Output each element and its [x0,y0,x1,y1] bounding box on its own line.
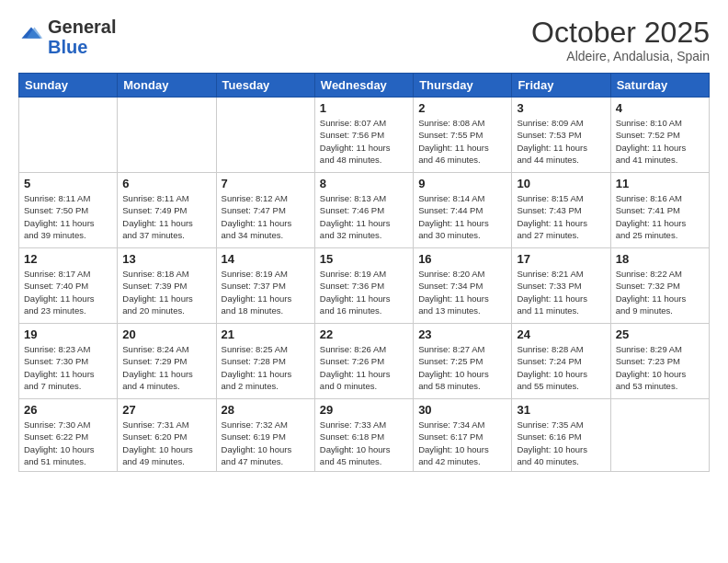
day-cell: 21Sunrise: 8:25 AM Sunset: 7:28 PM Dayli… [216,324,314,399]
day-info: Sunrise: 8:08 AM Sunset: 7:55 PM Dayligh… [418,117,506,166]
day-number: 11 [616,177,704,190]
day-cell: 20Sunrise: 8:24 AM Sunset: 7:29 PM Dayli… [118,324,216,399]
day-number: 17 [517,252,605,266]
day-number: 15 [320,252,408,266]
day-cell: 3Sunrise: 8:09 AM Sunset: 7:53 PM Daylig… [512,98,610,173]
day-info: Sunrise: 8:16 AM Sunset: 7:41 PM Dayligh… [616,192,704,241]
day-info: Sunrise: 7:33 AM Sunset: 6:18 PM Dayligh… [320,419,408,467]
day-cell [118,98,216,173]
day-number: 20 [122,327,210,341]
day-cell: 26Sunrise: 7:30 AM Sunset: 6:22 PM Dayli… [19,399,118,472]
day-info: Sunrise: 8:26 AM Sunset: 7:26 PM Dayligh… [320,343,408,392]
day-cell: 24Sunrise: 8:28 AM Sunset: 7:24 PM Dayli… [512,324,610,399]
day-cell: 8Sunrise: 8:13 AM Sunset: 7:46 PM Daylig… [314,173,413,248]
day-info: Sunrise: 8:13 AM Sunset: 7:46 PM Dayligh… [320,192,408,241]
weekday-header-thursday: Thursday [414,74,512,98]
logo-general-text: General [48,17,116,37]
day-number: 10 [517,177,605,190]
day-cell: 16Sunrise: 8:20 AM Sunset: 7:34 PM Dayli… [414,248,512,324]
weekday-header-row: SundayMondayTuesdayWednesdayThursdayFrid… [19,74,710,98]
day-info: Sunrise: 8:11 AM Sunset: 7:49 PM Dayligh… [122,192,210,241]
day-info: Sunrise: 7:34 AM Sunset: 6:17 PM Dayligh… [418,419,506,467]
day-number: 21 [222,327,310,341]
calendar-table: SundayMondayTuesdayWednesdayThursdayFrid… [18,73,710,472]
day-info: Sunrise: 8:15 AM Sunset: 7:43 PM Dayligh… [517,192,605,241]
day-cell [610,399,709,472]
day-number: 18 [616,252,704,266]
day-number: 5 [24,177,112,190]
day-cell: 9Sunrise: 8:14 AM Sunset: 7:44 PM Daylig… [414,173,512,248]
day-cell: 22Sunrise: 8:26 AM Sunset: 7:26 PM Dayli… [314,324,413,399]
day-cell: 25Sunrise: 8:29 AM Sunset: 7:23 PM Dayli… [610,324,709,399]
day-info: Sunrise: 8:21 AM Sunset: 7:33 PM Dayligh… [517,268,605,316]
weekday-header-wednesday: Wednesday [314,74,413,98]
day-number: 28 [222,403,310,417]
day-info: Sunrise: 8:27 AM Sunset: 7:25 PM Dayligh… [418,343,506,392]
day-number: 26 [24,403,112,417]
day-info: Sunrise: 7:35 AM Sunset: 6:16 PM Dayligh… [517,419,605,467]
day-number: 27 [122,403,210,417]
day-cell: 1Sunrise: 8:07 AM Sunset: 7:56 PM Daylig… [314,98,413,173]
day-info: Sunrise: 8:11 AM Sunset: 7:50 PM Dayligh… [24,192,112,241]
header: General Blue October 2025 Aldeire, Andal… [18,17,710,63]
day-cell: 23Sunrise: 8:27 AM Sunset: 7:25 PM Dayli… [414,324,512,399]
day-number: 3 [517,101,605,115]
day-info: Sunrise: 8:23 AM Sunset: 7:30 PM Dayligh… [24,343,112,392]
logo-icon [18,24,44,50]
day-cell [216,98,314,173]
day-cell: 6Sunrise: 8:11 AM Sunset: 7:49 PM Daylig… [118,173,216,248]
logo-text: General Blue [48,17,116,57]
day-number: 31 [517,403,605,417]
week-row-3: 12Sunrise: 8:17 AM Sunset: 7:40 PM Dayli… [19,248,710,324]
week-row-1: 1Sunrise: 8:07 AM Sunset: 7:56 PM Daylig… [19,98,710,173]
day-number: 25 [616,327,704,341]
day-info: Sunrise: 8:12 AM Sunset: 7:47 PM Dayligh… [222,192,310,241]
day-number: 7 [222,177,310,190]
day-cell: 19Sunrise: 8:23 AM Sunset: 7:30 PM Dayli… [19,324,118,399]
day-cell: 2Sunrise: 8:08 AM Sunset: 7:55 PM Daylig… [414,98,512,173]
day-cell: 11Sunrise: 8:16 AM Sunset: 7:41 PM Dayli… [610,173,709,248]
weekday-header-friday: Friday [512,74,610,98]
day-info: Sunrise: 8:28 AM Sunset: 7:24 PM Dayligh… [517,343,605,392]
day-number: 6 [122,177,210,190]
day-info: Sunrise: 8:19 AM Sunset: 7:37 PM Dayligh… [222,268,310,316]
day-cell: 13Sunrise: 8:18 AM Sunset: 7:39 PM Dayli… [118,248,216,324]
day-cell: 31Sunrise: 7:35 AM Sunset: 6:16 PM Dayli… [512,399,610,472]
day-number: 2 [418,101,506,115]
weekday-header-sunday: Sunday [19,74,118,98]
day-cell: 5Sunrise: 8:11 AM Sunset: 7:50 PM Daylig… [19,173,118,248]
page: General Blue October 2025 Aldeire, Andal… [0,0,728,563]
day-info: Sunrise: 8:09 AM Sunset: 7:53 PM Dayligh… [517,117,605,166]
weekday-header-monday: Monday [118,74,216,98]
subtitle: Aldeire, Andalusia, Spain [531,49,710,63]
day-cell: 4Sunrise: 8:10 AM Sunset: 7:52 PM Daylig… [610,98,709,173]
day-number: 16 [418,252,506,266]
day-info: Sunrise: 8:14 AM Sunset: 7:44 PM Dayligh… [418,192,506,241]
day-number: 4 [616,101,704,115]
day-cell: 18Sunrise: 8:22 AM Sunset: 7:32 PM Dayli… [610,248,709,324]
day-info: Sunrise: 8:24 AM Sunset: 7:29 PM Dayligh… [122,343,210,392]
logo: General Blue [18,17,116,57]
day-number: 29 [320,403,408,417]
day-cell: 27Sunrise: 7:31 AM Sunset: 6:20 PM Dayli… [118,399,216,472]
day-cell: 28Sunrise: 7:32 AM Sunset: 6:19 PM Dayli… [216,399,314,472]
day-info: Sunrise: 8:18 AM Sunset: 7:39 PM Dayligh… [122,268,210,316]
day-number: 23 [418,327,506,341]
day-info: Sunrise: 8:25 AM Sunset: 7:28 PM Dayligh… [222,343,310,392]
day-info: Sunrise: 7:32 AM Sunset: 6:19 PM Dayligh… [222,419,310,467]
day-number: 14 [222,252,310,266]
day-cell: 29Sunrise: 7:33 AM Sunset: 6:18 PM Dayli… [314,399,413,472]
week-row-4: 19Sunrise: 8:23 AM Sunset: 7:30 PM Dayli… [19,324,710,399]
day-cell: 30Sunrise: 7:34 AM Sunset: 6:17 PM Dayli… [414,399,512,472]
day-info: Sunrise: 8:20 AM Sunset: 7:34 PM Dayligh… [418,268,506,316]
day-number: 13 [122,252,210,266]
day-info: Sunrise: 8:22 AM Sunset: 7:32 PM Dayligh… [616,268,704,316]
week-row-5: 26Sunrise: 7:30 AM Sunset: 6:22 PM Dayli… [19,399,710,472]
day-info: Sunrise: 8:07 AM Sunset: 7:56 PM Dayligh… [320,117,408,166]
weekday-header-tuesday: Tuesday [216,74,314,98]
day-cell: 15Sunrise: 8:19 AM Sunset: 7:36 PM Dayli… [314,248,413,324]
day-info: Sunrise: 7:31 AM Sunset: 6:20 PM Dayligh… [122,419,210,467]
day-info: Sunrise: 8:29 AM Sunset: 7:23 PM Dayligh… [616,343,704,392]
day-cell: 17Sunrise: 8:21 AM Sunset: 7:33 PM Dayli… [512,248,610,324]
day-number: 1 [320,101,408,115]
